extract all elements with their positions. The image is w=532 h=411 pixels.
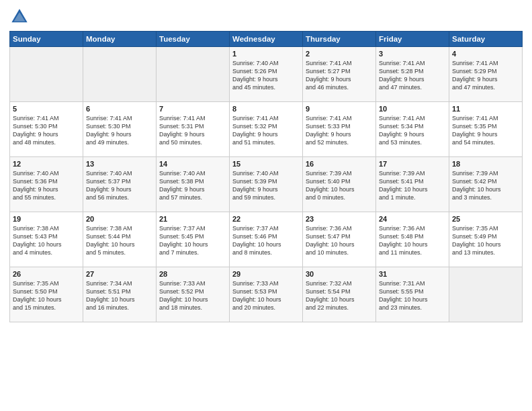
calendar-body: 1Sunrise: 7:40 AMSunset: 5:26 PMDaylight… (10, 47, 523, 322)
day-info: Sunrise: 7:34 AMSunset: 5:51 PMDaylight:… (86, 279, 153, 312)
day-cell: 21Sunrise: 7:37 AMSunset: 5:45 PMDayligh… (157, 212, 230, 267)
logo-icon (9, 7, 30, 27)
day-number: 9 (306, 105, 373, 113)
day-cell: 6Sunrise: 7:41 AMSunset: 5:30 PMDaylight… (83, 102, 157, 157)
day-info: Sunrise: 7:40 AMSunset: 5:36 PMDaylight:… (13, 169, 80, 202)
day-info: Sunrise: 7:36 AMSunset: 5:47 PMDaylight:… (306, 224, 373, 257)
day-cell: 17Sunrise: 7:39 AMSunset: 5:41 PMDayligh… (376, 157, 449, 212)
header-thursday: Thursday (303, 32, 376, 47)
day-cell (157, 47, 230, 102)
day-info: Sunrise: 7:39 AMSunset: 5:40 PMDaylight:… (306, 169, 373, 202)
day-cell: 4Sunrise: 7:41 AMSunset: 5:29 PMDaylight… (449, 47, 523, 102)
day-info: Sunrise: 7:41 AMSunset: 5:30 PMDaylight:… (86, 114, 153, 147)
day-number: 14 (159, 160, 226, 168)
week-row-3: 12Sunrise: 7:40 AMSunset: 5:36 PMDayligh… (10, 157, 523, 212)
day-number: 30 (306, 270, 373, 278)
day-info: Sunrise: 7:35 AMSunset: 5:50 PMDaylight:… (13, 279, 80, 312)
day-info: Sunrise: 7:33 AMSunset: 5:52 PMDaylight:… (159, 279, 226, 312)
day-number: 8 (232, 105, 300, 113)
week-row-2: 5Sunrise: 7:41 AMSunset: 5:30 PMDaylight… (10, 102, 523, 157)
day-info: Sunrise: 7:37 AMSunset: 5:46 PMDaylight:… (232, 224, 300, 257)
day-info: Sunrise: 7:35 AMSunset: 5:49 PMDaylight:… (452, 224, 519, 257)
day-number: 18 (452, 160, 519, 168)
day-number: 10 (379, 105, 446, 113)
day-cell: 9Sunrise: 7:41 AMSunset: 5:33 PMDaylight… (303, 102, 376, 157)
day-number: 16 (306, 160, 373, 168)
day-cell: 12Sunrise: 7:40 AMSunset: 5:36 PMDayligh… (10, 157, 83, 212)
day-number: 17 (379, 160, 446, 168)
day-cell: 10Sunrise: 7:41 AMSunset: 5:34 PMDayligh… (376, 102, 449, 157)
day-info: Sunrise: 7:41 AMSunset: 5:31 PMDaylight:… (159, 114, 226, 147)
day-cell: 1Sunrise: 7:40 AMSunset: 5:26 PMDaylight… (230, 47, 303, 102)
header-wednesday: Wednesday (230, 32, 303, 47)
day-info: Sunrise: 7:33 AMSunset: 5:53 PMDaylight:… (232, 279, 300, 312)
week-row-5: 26Sunrise: 7:35 AMSunset: 5:50 PMDayligh… (10, 267, 523, 322)
day-cell: 16Sunrise: 7:39 AMSunset: 5:40 PMDayligh… (303, 157, 376, 212)
day-number: 27 (86, 270, 153, 278)
calendar-header: SundayMondayTuesdayWednesdayThursdayFrid… (10, 32, 523, 47)
day-number: 11 (452, 105, 519, 113)
day-info: Sunrise: 7:41 AMSunset: 5:35 PMDaylight:… (452, 114, 519, 147)
day-cell: 7Sunrise: 7:41 AMSunset: 5:31 PMDaylight… (157, 102, 230, 157)
day-cell: 19Sunrise: 7:38 AMSunset: 5:43 PMDayligh… (10, 212, 83, 267)
header-monday: Monday (83, 32, 157, 47)
day-info: Sunrise: 7:41 AMSunset: 5:32 PMDaylight:… (232, 114, 300, 147)
day-number: 2 (306, 50, 373, 58)
day-info: Sunrise: 7:32 AMSunset: 5:54 PMDaylight:… (306, 279, 373, 312)
calendar-page: SundayMondayTuesdayWednesdayThursdayFrid… (0, 0, 532, 411)
day-cell: 11Sunrise: 7:41 AMSunset: 5:35 PMDayligh… (449, 102, 523, 157)
week-row-4: 19Sunrise: 7:38 AMSunset: 5:43 PMDayligh… (10, 212, 523, 267)
day-cell: 23Sunrise: 7:36 AMSunset: 5:47 PMDayligh… (303, 212, 376, 267)
day-cell: 18Sunrise: 7:39 AMSunset: 5:42 PMDayligh… (449, 157, 523, 212)
day-number: 5 (13, 105, 80, 113)
day-number: 25 (452, 215, 519, 223)
day-info: Sunrise: 7:40 AMSunset: 5:37 PMDaylight:… (86, 169, 153, 202)
day-number: 28 (159, 270, 226, 278)
header-row: SundayMondayTuesdayWednesdayThursdayFrid… (10, 32, 523, 47)
day-cell: 3Sunrise: 7:41 AMSunset: 5:28 PMDaylight… (376, 47, 449, 102)
day-info: Sunrise: 7:39 AMSunset: 5:42 PMDaylight:… (452, 169, 519, 202)
day-info: Sunrise: 7:37 AMSunset: 5:45 PMDaylight:… (159, 224, 226, 257)
day-number: 1 (232, 50, 300, 58)
day-cell: 25Sunrise: 7:35 AMSunset: 5:49 PMDayligh… (449, 212, 523, 267)
day-number: 3 (379, 50, 446, 58)
day-info: Sunrise: 7:41 AMSunset: 5:27 PMDaylight:… (306, 59, 373, 92)
day-cell: 22Sunrise: 7:37 AMSunset: 5:46 PMDayligh… (230, 212, 303, 267)
day-number: 6 (86, 105, 153, 113)
day-cell: 28Sunrise: 7:33 AMSunset: 5:52 PMDayligh… (157, 267, 230, 322)
day-info: Sunrise: 7:41 AMSunset: 5:33 PMDaylight:… (306, 114, 373, 147)
day-cell: 15Sunrise: 7:40 AMSunset: 5:39 PMDayligh… (230, 157, 303, 212)
day-cell: 5Sunrise: 7:41 AMSunset: 5:30 PMDaylight… (10, 102, 83, 157)
day-cell: 2Sunrise: 7:41 AMSunset: 5:27 PMDaylight… (303, 47, 376, 102)
day-number: 15 (232, 160, 300, 168)
header-sunday: Sunday (10, 32, 83, 47)
day-number: 26 (13, 270, 80, 278)
day-info: Sunrise: 7:41 AMSunset: 5:34 PMDaylight:… (379, 114, 446, 147)
day-cell: 27Sunrise: 7:34 AMSunset: 5:51 PMDayligh… (83, 267, 157, 322)
logo (9, 7, 32, 27)
day-cell: 29Sunrise: 7:33 AMSunset: 5:53 PMDayligh… (230, 267, 303, 322)
day-cell: 30Sunrise: 7:32 AMSunset: 5:54 PMDayligh… (303, 267, 376, 322)
day-number: 29 (232, 270, 300, 278)
day-number: 7 (159, 105, 226, 113)
day-cell (449, 267, 523, 322)
day-number: 31 (379, 270, 446, 278)
day-number: 20 (86, 215, 153, 223)
day-info: Sunrise: 7:40 AMSunset: 5:26 PMDaylight:… (232, 59, 300, 92)
day-info: Sunrise: 7:40 AMSunset: 5:38 PMDaylight:… (159, 169, 226, 202)
header-tuesday: Tuesday (157, 32, 230, 47)
header-saturday: Saturday (449, 32, 523, 47)
header (9, 7, 523, 27)
day-cell (83, 47, 157, 102)
day-info: Sunrise: 7:41 AMSunset: 5:28 PMDaylight:… (379, 59, 446, 92)
day-cell: 14Sunrise: 7:40 AMSunset: 5:38 PMDayligh… (157, 157, 230, 212)
calendar-table: SundayMondayTuesdayWednesdayThursdayFrid… (9, 31, 523, 322)
day-cell: 26Sunrise: 7:35 AMSunset: 5:50 PMDayligh… (10, 267, 83, 322)
header-friday: Friday (376, 32, 449, 47)
day-number: 4 (452, 50, 519, 58)
day-cell: 24Sunrise: 7:36 AMSunset: 5:48 PMDayligh… (376, 212, 449, 267)
day-info: Sunrise: 7:38 AMSunset: 5:44 PMDaylight:… (86, 224, 153, 257)
day-number: 22 (232, 215, 300, 223)
day-cell: 20Sunrise: 7:38 AMSunset: 5:44 PMDayligh… (83, 212, 157, 267)
day-cell: 31Sunrise: 7:31 AMSunset: 5:55 PMDayligh… (376, 267, 449, 322)
